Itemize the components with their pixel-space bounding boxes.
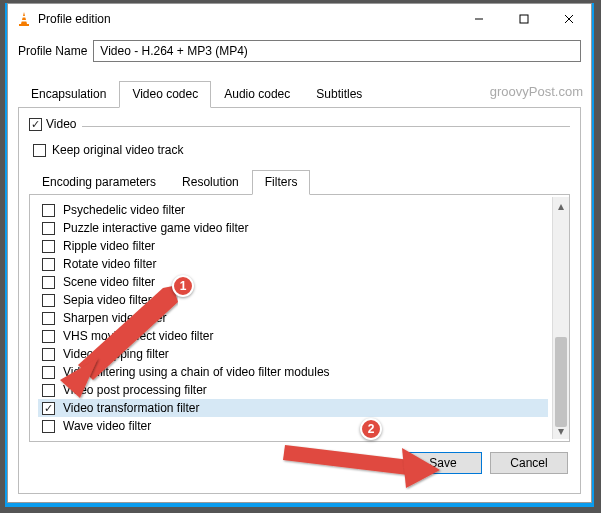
filter-checkbox[interactable] (42, 294, 55, 307)
filter-checkbox[interactable] (42, 330, 55, 343)
filter-checkbox[interactable] (42, 312, 55, 325)
scroll-thumb[interactable] (555, 337, 567, 427)
filter-checkbox[interactable] (42, 276, 55, 289)
content-area: Profile Name Encapsulation Video codec A… (8, 34, 591, 502)
svg-marker-0 (21, 12, 27, 24)
scroll-up-icon[interactable]: ▴ (553, 197, 569, 214)
filter-label: Sepia video filter (63, 293, 152, 307)
save-button[interactable]: Save (404, 452, 482, 474)
filter-checkbox[interactable] (42, 348, 55, 361)
tab-video-codec[interactable]: Video codec (119, 81, 211, 108)
scroll-down-icon[interactable]: ▾ (553, 422, 569, 439)
filter-checkbox[interactable] (42, 402, 55, 415)
filter-item[interactable]: Ripple video filter (38, 237, 548, 255)
filter-item[interactable]: Video cropping filter (38, 345, 548, 363)
profile-name-label: Profile Name (18, 44, 87, 58)
filter-checkbox[interactable] (42, 204, 55, 217)
close-button[interactable] (546, 4, 591, 34)
filter-checkbox[interactable] (42, 384, 55, 397)
filter-item[interactable]: Video transformation filter (38, 399, 548, 417)
filter-label: Video transformation filter (63, 401, 200, 415)
tab-subtitles[interactable]: Subtitles (303, 81, 375, 108)
filter-item[interactable]: Sharpen video filter (38, 309, 548, 327)
window-title: Profile edition (38, 12, 456, 26)
tabbar-main: Encapsulation Video codec Audio codec Su… (18, 80, 581, 108)
filter-label: Psychedelic video filter (63, 203, 185, 217)
minimize-button[interactable] (456, 4, 501, 34)
filter-label: Scene video filter (63, 275, 155, 289)
panel-video-codec: Video Keep original video track Encoding… (18, 108, 581, 494)
filter-item[interactable]: Psychedelic video filter (38, 201, 548, 219)
filter-item[interactable]: Video post processing filter (38, 381, 548, 399)
tab-encapsulation[interactable]: Encapsulation (18, 81, 119, 108)
filter-label: Puzzle interactive game video filter (63, 221, 248, 235)
filter-item[interactable]: Wave video filter (38, 417, 548, 435)
filter-label: Ripple video filter (63, 239, 155, 253)
dialog-footer: Save Cancel (29, 442, 570, 476)
dialog-window: Profile edition Profile Name Encapsulati… (7, 3, 592, 503)
filter-label: Video filtering using a chain of video f… (63, 365, 330, 379)
video-group-divider: Video (29, 126, 570, 127)
filter-checkbox[interactable] (42, 366, 55, 379)
filter-item[interactable]: Video filtering using a chain of video f… (38, 363, 548, 381)
svg-rect-1 (22, 16, 27, 18)
filter-checkbox[interactable] (42, 222, 55, 235)
subtab-filters[interactable]: Filters (252, 170, 311, 195)
video-checkbox[interactable] (29, 118, 42, 131)
filter-checkbox[interactable] (42, 240, 55, 253)
profile-name-input[interactable] (93, 40, 581, 62)
tabbar-subtabs: Encoding parameters Resolution Filters (29, 169, 570, 195)
subtab-encoding-parameters[interactable]: Encoding parameters (29, 170, 169, 195)
filter-label: Sharpen video filter (63, 311, 166, 325)
svg-rect-5 (520, 15, 528, 23)
cancel-button[interactable]: Cancel (490, 452, 568, 474)
keep-original-checkbox[interactable] (33, 144, 46, 157)
filter-label: Video cropping filter (63, 347, 169, 361)
filter-label: Rotate video filter (63, 257, 156, 271)
filter-label: Video post processing filter (63, 383, 207, 397)
filter-label: VHS movie effect video filter (63, 329, 214, 343)
filter-item[interactable]: VHS movie effect video filter (38, 327, 548, 345)
svg-rect-3 (19, 24, 29, 26)
maximize-button[interactable] (501, 4, 546, 34)
subtab-resolution[interactable]: Resolution (169, 170, 252, 195)
tab-audio-codec[interactable]: Audio codec (211, 81, 303, 108)
scrollbar-vertical[interactable]: ▴ ▾ (552, 197, 569, 439)
filter-item[interactable]: Sepia video filter (38, 291, 548, 309)
filter-checkbox[interactable] (42, 258, 55, 271)
keep-original-label: Keep original video track (52, 143, 183, 157)
svg-rect-2 (21, 20, 27, 22)
filter-item[interactable]: Puzzle interactive game video filter (38, 219, 548, 237)
filter-label: Wave video filter (63, 419, 151, 433)
filter-list: Psychedelic video filterPuzzle interacti… (30, 197, 552, 439)
panel-filters: Psychedelic video filterPuzzle interacti… (29, 195, 570, 442)
filter-checkbox[interactable] (42, 420, 55, 433)
video-group-label: Video (46, 117, 76, 131)
titlebar: Profile edition (8, 4, 591, 34)
filter-item[interactable]: Rotate video filter (38, 255, 548, 273)
vlc-cone-icon (16, 11, 32, 27)
filter-item[interactable]: Scene video filter (38, 273, 548, 291)
